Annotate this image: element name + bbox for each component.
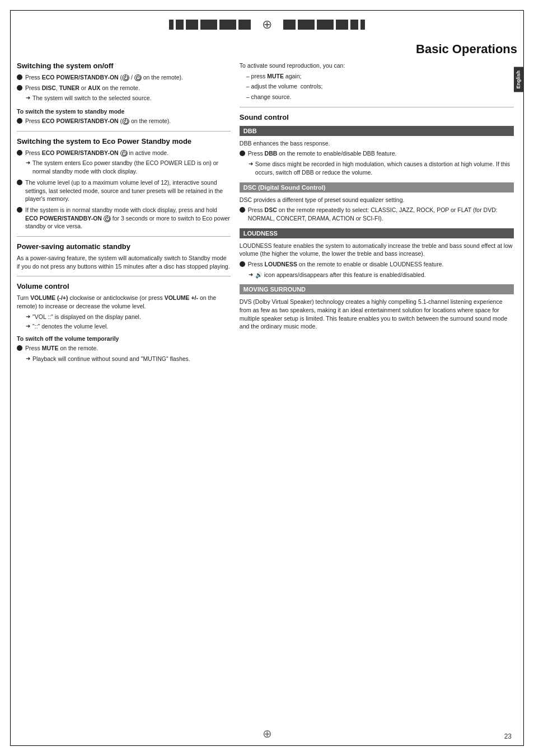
list-item: Press ECO POWER/STANDBY-ON ⏻ in active m…	[17, 149, 231, 157]
sub-heading: To switch the system to standby mode	[17, 108, 231, 115]
activate-sound-intro: To activate sound reproduction, you can:	[240, 62, 514, 70]
section3-title: Power-saving automatic standby	[17, 242, 231, 251]
list-item: Press MUTE on the remote.	[17, 344, 231, 353]
sound-control-title: Sound control	[240, 113, 514, 121]
hbar-seg	[283, 20, 296, 30]
bullet-text: Press ECO POWER/STANDBY-ON (⏻ on the rem…	[25, 117, 171, 125]
header-bar-right	[283, 20, 365, 30]
hbar-seg	[298, 20, 315, 30]
list-item: ➜ 🔊 icon appears/disappears after this f…	[240, 271, 514, 279]
list-item: ➜ The system will switch to the selected…	[17, 94, 231, 102]
loudness-intro: LOUDNESS feature enables the system to a…	[240, 242, 514, 258]
dsc-intro: DSC provides a different type of preset …	[240, 196, 514, 204]
page-border-top	[10, 10, 524, 11]
section-divider	[240, 107, 514, 107]
header-bar-left	[169, 20, 251, 30]
list-item: ➜ "::" denotes the volume level.	[17, 322, 231, 331]
bullet-icon	[17, 74, 22, 80]
list-item: ➜ The system enters Eco power standby (t…	[17, 159, 231, 175]
section2-title: Switching the system to Eco Power Standb…	[17, 137, 231, 145]
section4-title: Volume control	[17, 282, 231, 290]
bullet-text: Press MUTE on the remote.	[25, 344, 98, 353]
hbar-seg	[317, 20, 334, 30]
hbar-seg	[169, 20, 174, 30]
list-item: Press ECO POWER/STANDBY-ON (⏻ on the rem…	[17, 117, 231, 125]
bullet-icon	[17, 118, 22, 124]
english-language-tab: English	[514, 67, 524, 92]
list-item: – change source.	[246, 93, 514, 101]
list-item: Press DBB on the remote to enable/disabl…	[240, 149, 514, 158]
dbb-intro: DBB enhances the bass response.	[240, 139, 514, 148]
crosshair-bottom-icon: ⊕	[263, 727, 272, 740]
list-item: If the system is in normal standby mode …	[17, 206, 231, 231]
loudness-header: LOUDNESS	[240, 228, 514, 238]
bullet-text: If the system is in normal standby mode …	[25, 206, 231, 231]
list-item: Press LOUDNESS on the remote to enable o…	[240, 260, 514, 269]
section3-text: As a power-saving feature, the system wi…	[17, 254, 231, 270]
list-item: ➜ Some discs might be recorded in high m…	[240, 160, 514, 176]
bullet-text: Playback will continue without sound and…	[32, 355, 190, 363]
list-item: ➜ "VOL ::" is displayed on the display p…	[17, 313, 231, 321]
bullet-text: Press LOUDNESS on the remote to enable o…	[248, 260, 444, 269]
list-item: Press ECO POWER/STANDBY-ON (⏻ / ⏻ on the…	[17, 73, 231, 82]
bullet-text: The system will switch to the selected s…	[32, 94, 151, 102]
page-title: Basic Operations	[416, 42, 517, 56]
page-border-right	[523, 10, 524, 746]
dsc-header: DSC (Digital Sound Control)	[240, 182, 514, 192]
crosshair-center-icon: ⊕	[262, 17, 272, 32]
arrow-icon: ➜	[26, 95, 30, 101]
page-title-area: Basic Operations	[17, 42, 517, 57]
arrow-icon: ➜	[249, 271, 253, 278]
moving-surround-intro: DVS (Dolby Virtual Speaker) technology c…	[240, 298, 514, 331]
page-border-bottom	[10, 745, 524, 746]
right-column: To activate sound reproduction, you can:…	[240, 62, 514, 364]
page-number: 23	[504, 732, 512, 740]
arrow-icon: ➜	[249, 161, 253, 167]
arrow-icon: ➜	[26, 323, 30, 329]
list-item: Press DISC, TUNER or AUX on the remote.	[17, 84, 231, 92]
bullet-text: Press DSC on the remote repeatedly to se…	[248, 206, 514, 222]
section-divider	[17, 131, 231, 132]
bullet-text: 🔊 icon appears/disappears after this fea…	[255, 271, 426, 279]
main-content: Switching the system on/off Press ECO PO…	[17, 62, 514, 364]
bullet-text: Press ECO POWER/STANDBY-ON ⏻ in active m…	[25, 149, 168, 157]
page-border-left	[10, 10, 11, 746]
bullet-icon	[17, 85, 22, 91]
section-divider	[17, 276, 231, 276]
bullet-text: "VOL ::" is displayed on the display pan…	[32, 313, 141, 321]
hbar-seg	[200, 20, 217, 30]
list-item: ➜ Playback will continue without sound a…	[17, 355, 231, 363]
bullet-text: Some discs might be recorded in high mod…	[255, 160, 514, 176]
hbar-seg	[176, 20, 184, 30]
list-item: – press MUTE again;	[246, 72, 514, 81]
hbar-seg	[238, 20, 251, 30]
bullet-icon	[17, 180, 22, 185]
bullet-text: Press ECO POWER/STANDBY-ON (⏻ / ⏻ on the…	[25, 73, 183, 82]
moving-surround-header: MOVING SURROUND	[240, 284, 514, 294]
bullet-text: The system enters Eco power standby (the…	[32, 159, 231, 175]
hbar-seg	[336, 20, 348, 30]
hbar-seg	[350, 20, 358, 30]
sub-heading-mute: To switch off the volume temporarily	[17, 335, 231, 342]
section4-intro: Turn VOLUME (-/+) clockwise or anticlock…	[17, 294, 231, 310]
bullet-text: Press DISC, TUNER or AUX on the remote.	[25, 84, 140, 92]
bullet-text: Press DBB on the remote to enable/disabl…	[248, 149, 397, 158]
list-item: – adjust the volume controls;	[246, 82, 514, 91]
bullet-icon	[17, 345, 22, 351]
arrow-icon: ➜	[26, 159, 30, 166]
hbar-seg	[360, 20, 365, 30]
bullet-icon	[17, 207, 22, 213]
list-item: Press DSC on the remote repeatedly to se…	[240, 206, 514, 222]
bullet-icon	[240, 261, 245, 267]
section1-title: Switching the system on/off	[17, 62, 231, 70]
hbar-seg	[219, 20, 236, 30]
arrow-icon: ➜	[26, 355, 30, 361]
arrow-icon: ➜	[26, 313, 30, 320]
list-item: The volume level (up to a maximum volume…	[17, 179, 231, 203]
section-divider	[17, 236, 231, 237]
hbar-seg	[186, 20, 198, 30]
dbb-header: DBB	[240, 126, 514, 136]
bullet-text: The volume level (up to a maximum volume…	[25, 179, 231, 203]
bullet-text: "::" denotes the volume level.	[32, 322, 108, 331]
bullet-icon	[17, 150, 22, 156]
